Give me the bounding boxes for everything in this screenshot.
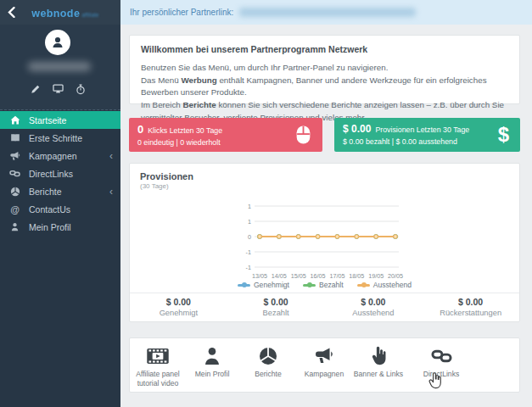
chart-subtitle: (30 Tage) — [140, 182, 509, 190]
topbar: Ihr persönlicher Partnerlink: — [120, 0, 532, 25]
summary-label: Ausstehend — [325, 309, 423, 317]
sidebar-item-label: DirectLinks — [29, 169, 73, 179]
commissions-value: $ 0.00 — [343, 123, 371, 135]
shortcut-kampagnen[interactable]: Kampagnen — [296, 344, 352, 379]
commissions-summary-row: $ 0.00 Genehmigt $ 0.00 Bezahlt $ 0.00 A… — [130, 293, 519, 321]
shortcut-directlinks[interactable]: DirectLinks — [413, 344, 469, 379]
logo[interactable]: webnodeaffiliate — [22, 5, 120, 20]
legend-swatch-icon — [238, 284, 250, 287]
user-name-redacted — [28, 62, 91, 71]
partnerlink-redacted[interactable] — [239, 8, 416, 17]
stopwatch-icon[interactable] — [76, 84, 86, 95]
summary-label: Bezahlt — [227, 309, 325, 317]
legend-item-ausstehend[interactable]: Ausstehend — [357, 281, 412, 289]
sidebar: webnodeaffiliate Star — [0, 0, 120, 407]
sidebar-item-label: Erste Schritte — [29, 133, 82, 143]
svg-text:1: 1 — [248, 203, 251, 210]
welcome-text: Benutzen Sie das Menü, um durch Ihr Part… — [141, 62, 508, 124]
welcome-line3-pre: Im Bereich — [141, 100, 183, 109]
sidebar-item-label: ContactUs — [29, 204, 70, 215]
svg-text:1: 1 — [248, 218, 251, 226]
megaphone-icon — [8, 150, 21, 162]
logo-text: webnode — [31, 8, 80, 20]
sidebar-item-label: Mein Profil — [29, 222, 71, 232]
sidebar-item-label: Startseite — [29, 115, 66, 125]
summary-value: $ 0.00 — [325, 297, 423, 307]
chevron-left-icon — [8, 7, 15, 18]
shortcut-label: DirectLinks — [413, 370, 469, 379]
summary-genehmigt: $ 0.00 Genehmigt — [130, 293, 227, 321]
shortcut-label: Kampagnen — [296, 370, 352, 379]
commissions-chart-panel: Provisionen (30 Tage) 110-1-113/0514/051… — [129, 163, 520, 322]
sidebar-item-directlinks[interactable]: DirectLinks — [0, 164, 120, 182]
welcome-title: Willkommen bei unserem Partnerprogramm N… — [141, 44, 508, 54]
shortcut-label: Affiliate panel tutorial video — [130, 370, 186, 388]
summary-bezahlt: $ 0.00 Bezahlt — [227, 293, 325, 321]
sidebar-item-mein-profil[interactable]: Mein Profil — [0, 218, 120, 236]
directlink-icon — [413, 344, 469, 367]
sidebar-item-erste-schritte[interactable]: Erste Schritte — [0, 129, 120, 147]
svg-text:20/05: 20/05 — [388, 272, 403, 280]
back-button[interactable] — [0, 7, 22, 18]
user-icon — [8, 221, 21, 233]
shortcut-tutorial-video[interactable]: Affiliate panel tutorial video — [130, 344, 186, 388]
sidebar-item-label: Kampagnen — [29, 151, 77, 161]
svg-text:17/05: 17/05 — [329, 272, 344, 280]
pie-chart-icon — [8, 186, 21, 198]
sidebar-item-startseite[interactable]: Startseite — [0, 111, 120, 129]
megaphone-icon — [296, 344, 352, 367]
welcome-line3-bold: Berichte — [183, 100, 216, 109]
welcome-line2-bold: Werbung — [181, 75, 216, 85]
shortcut-banner-links[interactable]: Banner & Links — [350, 344, 406, 379]
legend-label: Bezahlt — [319, 281, 344, 289]
edit-pencil-icon[interactable] — [31, 84, 41, 95]
shortcut-label: Berichte — [240, 370, 296, 379]
partnerlink-label: Ihr persönlicher Partnerlink: — [130, 8, 233, 17]
shortcut-berichte[interactable]: Berichte — [240, 344, 296, 379]
svg-text:13/05: 13/05 — [252, 272, 267, 280]
mouse-icon — [295, 125, 311, 145]
shortcut-label: Banner & Links — [350, 370, 406, 379]
sidebar-item-berichte[interactable]: Berichte ‹ — [0, 182, 120, 200]
svg-text:15/05: 15/05 — [291, 272, 306, 280]
home-icon — [8, 114, 21, 126]
legend-item-genehmigt[interactable]: Genehmigt — [238, 281, 289, 289]
commissions-line-chart: 110-1-113/0514/0515/0516/0517/0518/0519/… — [236, 201, 416, 283]
directlink-icon — [8, 168, 21, 180]
film-icon — [130, 344, 186, 367]
legend-item-bezahlt[interactable]: Bezahlt — [303, 281, 344, 289]
shortcuts-panel: Affiliate panel tutorial video Mein Prof… — [129, 337, 520, 393]
svg-text:-1: -1 — [246, 248, 251, 256]
clicks-value: 0 — [137, 123, 143, 136]
shortcut-mein-profil[interactable]: Mein Profil — [184, 344, 240, 379]
svg-text:16/05: 16/05 — [311, 272, 326, 280]
monitor-icon[interactable] — [53, 84, 64, 95]
svg-text:14/05: 14/05 — [272, 272, 287, 280]
commissions-sub: $ 0.00 bezahlt | $ 0.00 ausstehend — [343, 137, 512, 146]
chart-title: Provisionen — [140, 171, 509, 181]
summary-ausstehend: $ 0.00 Ausstehend — [325, 293, 423, 321]
svg-text:-1: -1 — [246, 264, 251, 271]
summary-rueckerstattungen: $ 0.00 Rückerstattungen — [422, 293, 519, 321]
clicks-label: Klicks Letzten 30 Tage — [148, 126, 222, 135]
dollar-icon: $ — [498, 125, 509, 145]
commissions-label: Provisionen Letzten 30 Tage — [375, 125, 469, 134]
user-panel — [0, 25, 120, 110]
sidebar-header: webnodeaffiliate — [0, 0, 120, 25]
summary-value: $ 0.00 — [422, 297, 519, 307]
pie-chart-icon — [240, 344, 296, 367]
svg-text:19/05: 19/05 — [368, 272, 384, 280]
welcome-panel: Willkommen bei unserem Partnerprogramm N… — [129, 35, 520, 104]
avatar — [45, 30, 70, 55]
at-icon: @ — [8, 204, 21, 215]
chevron-collapse-icon: ‹ — [109, 151, 113, 161]
user-icon — [50, 35, 65, 50]
sidebar-item-kampagnen[interactable]: Kampagnen ‹ — [0, 147, 120, 164]
sidebar-item-contactus[interactable]: @ ContactUs — [0, 200, 120, 218]
clicks-sub: 0 eindeutig | 0 wiederholt — [137, 138, 314, 147]
shortcut-label: Mein Profil — [184, 370, 240, 379]
sidebar-menu: Startseite Erste Schritte Kampagnen ‹ Di… — [0, 111, 120, 236]
welcome-line1: Benutzen Sie das Menü, um durch Ihr Part… — [141, 63, 388, 72]
book-icon — [8, 132, 21, 144]
commissions-card: $ 0.00 Provisionen Letzten 30 Tage $ 0.0… — [334, 118, 520, 152]
